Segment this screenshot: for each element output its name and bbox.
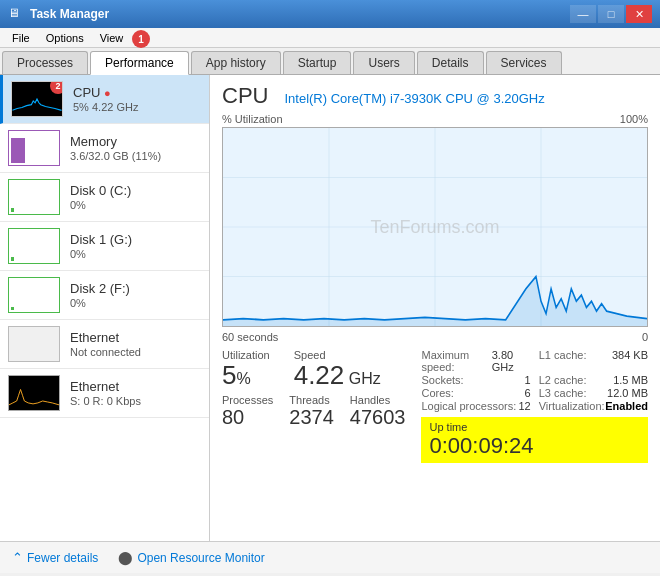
max-label: 100% (620, 113, 648, 125)
menu-file[interactable]: File (4, 30, 38, 46)
minimize-button[interactable]: — (570, 5, 596, 23)
processes-value: 80 (222, 406, 273, 428)
tab-app-history[interactable]: App history (191, 51, 281, 74)
l2-row: L2 cache: 1.5 MB (539, 374, 648, 386)
virt-row: Virtualization: Enabled (539, 400, 648, 412)
fewer-details-label: Fewer details (27, 551, 98, 565)
disk1-sub: 0% (70, 248, 201, 260)
ethernet1-info: Ethernet Not connected (70, 330, 201, 358)
time-label: 60 seconds (222, 331, 278, 343)
handles-stat: Handles 47603 (350, 394, 406, 428)
sidebar-item-cpu[interactable]: 2 CPU ● 5% 4.22 GHz (0, 75, 209, 124)
bottom-bar: ⌃ Fewer details ⬤ Open Resource Monitor (0, 541, 660, 573)
logical-key: Logical processors: (421, 400, 516, 412)
close-button[interactable]: ✕ (626, 5, 652, 23)
menu-options[interactable]: Options (38, 30, 92, 46)
disk0-sub: 0% (70, 199, 201, 211)
process-thread-handle-row: Processes 80 Threads 2374 Handles 47603 (222, 394, 405, 428)
ethernet2-info: Ethernet S: 0 R: 0 Kbps (70, 379, 201, 407)
window-title: Task Manager (30, 7, 570, 21)
cpu-panel-title: CPU (222, 83, 268, 109)
uptime-label: Up time (429, 421, 640, 433)
maximize-button[interactable]: □ (598, 5, 624, 23)
ethernet2-sub: S: 0 R: 0 Kbps (70, 395, 201, 407)
threads-stat: Threads 2374 (289, 394, 334, 428)
tab-users[interactable]: Users (353, 51, 414, 74)
title-bar: 🖥 Task Manager — □ ✕ (0, 0, 660, 28)
handles-label: Handles (350, 394, 406, 406)
speed-unit: GHz (344, 370, 380, 387)
tab-services[interactable]: Services (486, 51, 562, 74)
main-content: 2 CPU ● 5% 4.22 GHz Memory 3.6/32.0 GB (… (0, 75, 660, 541)
tab-startup[interactable]: Startup (283, 51, 352, 74)
resource-monitor-icon: ⬤ (118, 550, 133, 565)
menu-bar: File Options View 1 (0, 28, 660, 48)
disk1-thumbnail (8, 228, 60, 264)
tab-processes[interactable]: Processes (2, 51, 88, 74)
memory-name: Memory (70, 134, 201, 149)
chevron-up-icon: ⌃ (12, 550, 23, 565)
utilization-label: % Utilization (222, 113, 283, 125)
disk0-info: Disk 0 (C:) 0% (70, 183, 201, 211)
sidebar-item-disk0[interactable]: Disk 0 (C:) 0% (0, 173, 209, 222)
ethernet2-thumbnail (8, 375, 60, 411)
app-icon: 🖥 (8, 6, 24, 22)
disk1-name: Disk 1 (G:) (70, 232, 201, 247)
time-label-row: 60 seconds 0 (222, 331, 648, 343)
tab-bar: Processes Performance App history Startu… (0, 48, 660, 75)
l1-row: L1 cache: 384 KB (539, 349, 648, 373)
utilization-label-row: % Utilization 100% (222, 113, 648, 125)
cpu-sub: 5% 4.22 GHz (73, 101, 201, 113)
cpu-thumbnail: 2 (11, 81, 63, 117)
uptime-section: Up time 0:00:09:24 (421, 417, 648, 463)
details-grid: Maximum speed: 3.80 GHz L1 cache: 384 KB… (421, 349, 648, 413)
util-speed-row: Utilization 5% Speed 4.22 GHz (222, 349, 405, 390)
right-details: Maximum speed: 3.80 GHz L1 cache: 384 KB… (421, 349, 648, 467)
speed-value: 4.22 (294, 360, 345, 390)
fewer-details-link[interactable]: ⌃ Fewer details (12, 550, 98, 565)
utilization-stat: Utilization 5% (222, 349, 270, 390)
disk2-info: Disk 2 (F:) 0% (70, 281, 201, 309)
processes-stat: Processes 80 (222, 394, 273, 428)
cpu-model: Intel(R) Core(TM) i7-3930K CPU @ 3.20GHz (284, 91, 544, 106)
logical-val: 12 (518, 400, 530, 412)
sidebar-item-disk2[interactable]: Disk 2 (F:) 0% (0, 271, 209, 320)
open-resource-monitor-label: Open Resource Monitor (137, 551, 264, 565)
virt-val: Enabled (605, 400, 648, 412)
cores-key: Cores: (421, 387, 453, 399)
handles-value: 47603 (350, 406, 406, 428)
max-speed-row: Maximum speed: 3.80 GHz (421, 349, 530, 373)
utilization-value: 5 (222, 360, 236, 390)
disk1-info: Disk 1 (G:) 0% (70, 232, 201, 260)
l3-row: L3 cache: 12.0 MB (539, 387, 648, 399)
utilization-unit: % (236, 370, 250, 387)
memory-sub: 3.6/32.0 GB (11%) (70, 150, 201, 162)
logical-row: Logical processors: 12 (421, 400, 530, 412)
cpu-info: CPU ● 5% 4.22 GHz (73, 85, 201, 113)
sidebar-item-memory[interactable]: Memory 3.6/32.0 GB (11%) (0, 124, 209, 173)
badge-2: 2 (50, 81, 63, 94)
cpu-header: CPU Intel(R) Core(TM) i7-3930K CPU @ 3.2… (222, 83, 648, 109)
l3-key: L3 cache: (539, 387, 587, 399)
ethernet1-name: Ethernet (70, 330, 201, 345)
menu-view[interactable]: View (92, 30, 132, 46)
memory-info: Memory 3.6/32.0 GB (11%) (70, 134, 201, 162)
uptime-value: 0:00:09:24 (429, 433, 640, 459)
memory-thumbnail (8, 130, 60, 166)
tab-details[interactable]: Details (417, 51, 484, 74)
threads-label: Threads (289, 394, 334, 406)
open-resource-monitor-link[interactable]: ⬤ Open Resource Monitor (118, 550, 264, 565)
l2-val: 1.5 MB (613, 374, 648, 386)
stats-section: Utilization 5% Speed 4.22 GHz Proc (222, 349, 648, 467)
max-speed-val: 3.80 GHz (492, 349, 531, 373)
l2-key: L2 cache: (539, 374, 587, 386)
tab-performance[interactable]: Performance (90, 51, 189, 75)
sidebar-item-ethernet2[interactable]: Ethernet S: 0 R: 0 Kbps (0, 369, 209, 418)
sidebar-item-disk1[interactable]: Disk 1 (G:) 0% (0, 222, 209, 271)
max-speed-key: Maximum speed: (421, 349, 491, 373)
disk2-name: Disk 2 (F:) (70, 281, 201, 296)
svg-rect-1 (9, 376, 59, 411)
sockets-key: Sockets: (421, 374, 463, 386)
l1-key: L1 cache: (539, 349, 587, 373)
sidebar-item-ethernet1[interactable]: Ethernet Not connected (0, 320, 209, 369)
